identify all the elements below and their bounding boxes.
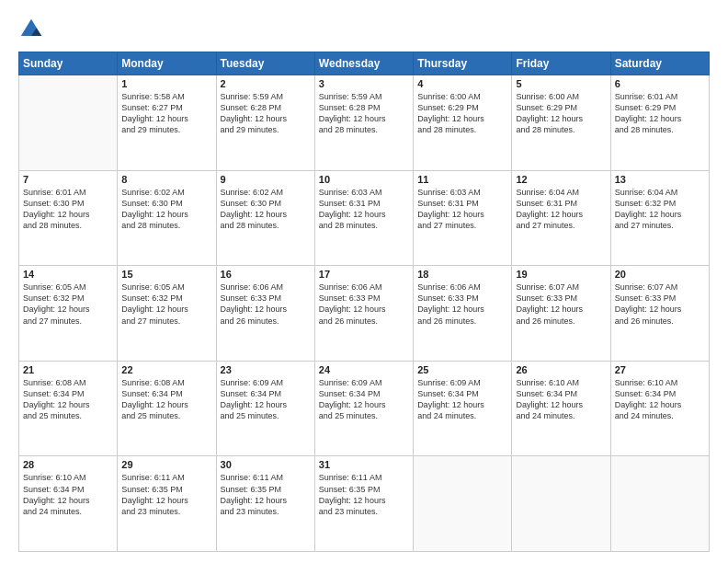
header-day-friday: Friday — [512, 52, 610, 75]
day-number: 7 — [23, 174, 113, 185]
day-number: 12 — [516, 174, 606, 185]
day-number: 10 — [319, 174, 409, 185]
calendar-cell: 3Sunrise: 5:59 AM Sunset: 6:28 PM Daylig… — [314, 75, 413, 171]
day-info: Sunrise: 6:08 AM Sunset: 6:34 PM Dayligh… — [121, 377, 211, 422]
day-info: Sunrise: 6:04 AM Sunset: 6:31 PM Dayligh… — [516, 187, 606, 232]
calendar-cell: 1Sunrise: 5:58 AM Sunset: 6:27 PM Daylig… — [118, 75, 216, 171]
day-info: Sunrise: 6:10 AM Sunset: 6:34 PM Dayligh… — [23, 472, 113, 517]
logo-icon — [18, 17, 44, 42]
week-row-1: 7Sunrise: 6:01 AM Sunset: 6:30 PM Daylig… — [19, 170, 710, 266]
day-number: 17 — [319, 269, 409, 280]
day-info: Sunrise: 6:09 AM Sunset: 6:34 PM Dayligh… — [417, 377, 507, 422]
week-row-4: 28Sunrise: 6:10 AM Sunset: 6:34 PM Dayli… — [19, 456, 710, 552]
calendar-cell: 30Sunrise: 6:11 AM Sunset: 6:35 PM Dayli… — [216, 456, 314, 552]
day-number: 31 — [319, 459, 409, 470]
day-number: 14 — [23, 269, 113, 280]
day-number: 29 — [121, 459, 211, 470]
calendar-cell: 26Sunrise: 6:10 AM Sunset: 6:34 PM Dayli… — [512, 361, 610, 456]
calendar-cell: 19Sunrise: 6:07 AM Sunset: 6:33 PM Dayli… — [512, 266, 610, 362]
calendar-cell: 13Sunrise: 6:04 AM Sunset: 6:32 PM Dayli… — [610, 170, 709, 266]
day-number: 30 — [221, 459, 311, 470]
day-number: 5 — [516, 78, 606, 89]
header-day-sunday: Sunday — [19, 52, 118, 75]
day-number: 1 — [121, 78, 211, 89]
day-info: Sunrise: 6:03 AM Sunset: 6:31 PM Dayligh… — [417, 187, 507, 232]
week-row-3: 21Sunrise: 6:08 AM Sunset: 6:34 PM Dayli… — [19, 361, 710, 456]
calendar-cell: 25Sunrise: 6:09 AM Sunset: 6:34 PM Dayli… — [414, 361, 512, 456]
header-day-wednesday: Wednesday — [314, 52, 413, 75]
day-number: 13 — [615, 174, 705, 185]
calendar-cell: 6Sunrise: 6:01 AM Sunset: 6:29 PM Daylig… — [610, 75, 709, 171]
calendar-cell: 29Sunrise: 6:11 AM Sunset: 6:35 PM Dayli… — [118, 456, 216, 552]
calendar-cell: 21Sunrise: 6:08 AM Sunset: 6:34 PM Dayli… — [19, 361, 118, 456]
day-number: 25 — [417, 364, 507, 375]
week-row-2: 14Sunrise: 6:05 AM Sunset: 6:32 PM Dayli… — [19, 266, 710, 362]
day-info: Sunrise: 6:11 AM Sunset: 6:35 PM Dayligh… — [221, 472, 311, 517]
calendar-cell: 22Sunrise: 6:08 AM Sunset: 6:34 PM Dayli… — [118, 361, 216, 456]
calendar-cell: 20Sunrise: 6:07 AM Sunset: 6:33 PM Dayli… — [610, 266, 709, 362]
day-number: 2 — [221, 78, 311, 89]
calendar-cell: 31Sunrise: 6:11 AM Sunset: 6:35 PM Dayli… — [314, 456, 413, 552]
header-day-saturday: Saturday — [610, 52, 709, 75]
calendar-cell: 17Sunrise: 6:06 AM Sunset: 6:33 PM Dayli… — [314, 266, 413, 362]
calendar-cell: 7Sunrise: 6:01 AM Sunset: 6:30 PM Daylig… — [19, 170, 118, 266]
day-number: 18 — [417, 269, 507, 280]
day-number: 16 — [221, 269, 311, 280]
day-number: 19 — [516, 269, 606, 280]
day-number: 21 — [23, 364, 113, 375]
day-info: Sunrise: 5:59 AM Sunset: 6:28 PM Dayligh… — [221, 91, 311, 136]
day-info: Sunrise: 6:07 AM Sunset: 6:33 PM Dayligh… — [516, 282, 606, 327]
calendar-cell — [414, 456, 512, 552]
calendar-cell: 23Sunrise: 6:09 AM Sunset: 6:34 PM Dayli… — [216, 361, 314, 456]
day-info: Sunrise: 6:08 AM Sunset: 6:34 PM Dayligh… — [23, 377, 113, 422]
calendar-cell: 9Sunrise: 6:02 AM Sunset: 6:30 PM Daylig… — [216, 170, 314, 266]
day-info: Sunrise: 6:09 AM Sunset: 6:34 PM Dayligh… — [221, 377, 311, 422]
day-number: 8 — [121, 174, 211, 185]
calendar-cell: 10Sunrise: 6:03 AM Sunset: 6:31 PM Dayli… — [314, 170, 413, 266]
page: SundayMondayTuesdayWednesdayThursdayFrid… — [0, 0, 728, 563]
day-number: 28 — [23, 459, 113, 470]
day-info: Sunrise: 5:58 AM Sunset: 6:27 PM Dayligh… — [121, 91, 211, 136]
calendar-cell — [610, 456, 709, 552]
day-info: Sunrise: 6:01 AM Sunset: 6:29 PM Dayligh… — [615, 91, 705, 136]
calendar-cell: 11Sunrise: 6:03 AM Sunset: 6:31 PM Dayli… — [414, 170, 512, 266]
calendar-cell — [512, 456, 610, 552]
day-info: Sunrise: 6:02 AM Sunset: 6:30 PM Dayligh… — [221, 187, 311, 232]
day-info: Sunrise: 6:00 AM Sunset: 6:29 PM Dayligh… — [516, 91, 606, 136]
day-info: Sunrise: 6:06 AM Sunset: 6:33 PM Dayligh… — [417, 282, 507, 327]
calendar-cell: 5Sunrise: 6:00 AM Sunset: 6:29 PM Daylig… — [512, 75, 610, 171]
calendar-cell: 24Sunrise: 6:09 AM Sunset: 6:34 PM Dayli… — [314, 361, 413, 456]
calendar-cell: 18Sunrise: 6:06 AM Sunset: 6:33 PM Dayli… — [414, 266, 512, 362]
header — [18, 17, 710, 42]
day-info: Sunrise: 6:07 AM Sunset: 6:33 PM Dayligh… — [615, 282, 705, 327]
day-info: Sunrise: 6:10 AM Sunset: 6:34 PM Dayligh… — [516, 377, 606, 422]
calendar-cell: 4Sunrise: 6:00 AM Sunset: 6:29 PM Daylig… — [414, 75, 512, 171]
day-number: 11 — [417, 174, 507, 185]
day-info: Sunrise: 6:05 AM Sunset: 6:32 PM Dayligh… — [121, 282, 211, 327]
day-number: 9 — [221, 174, 311, 185]
week-row-0: 1Sunrise: 5:58 AM Sunset: 6:27 PM Daylig… — [19, 75, 710, 171]
calendar-cell: 28Sunrise: 6:10 AM Sunset: 6:34 PM Dayli… — [19, 456, 118, 552]
header-day-tuesday: Tuesday — [216, 52, 314, 75]
day-info: Sunrise: 6:09 AM Sunset: 6:34 PM Dayligh… — [319, 377, 409, 422]
calendar-cell — [19, 75, 118, 171]
day-info: Sunrise: 6:02 AM Sunset: 6:30 PM Dayligh… — [121, 187, 211, 232]
calendar-cell: 27Sunrise: 6:10 AM Sunset: 6:34 PM Dayli… — [610, 361, 709, 456]
logo — [18, 17, 48, 42]
day-info: Sunrise: 6:11 AM Sunset: 6:35 PM Dayligh… — [319, 472, 409, 517]
day-info: Sunrise: 6:04 AM Sunset: 6:32 PM Dayligh… — [615, 187, 705, 232]
day-number: 27 — [615, 364, 705, 375]
day-info: Sunrise: 6:06 AM Sunset: 6:33 PM Dayligh… — [319, 282, 409, 327]
day-number: 4 — [417, 78, 507, 89]
calendar-cell: 14Sunrise: 6:05 AM Sunset: 6:32 PM Dayli… — [19, 266, 118, 362]
day-info: Sunrise: 6:00 AM Sunset: 6:29 PM Dayligh… — [417, 91, 507, 136]
day-number: 6 — [615, 78, 705, 89]
calendar-cell: 16Sunrise: 6:06 AM Sunset: 6:33 PM Dayli… — [216, 266, 314, 362]
calendar-header-row: SundayMondayTuesdayWednesdayThursdayFrid… — [19, 52, 710, 75]
day-info: Sunrise: 6:11 AM Sunset: 6:35 PM Dayligh… — [121, 472, 211, 517]
calendar-cell: 8Sunrise: 6:02 AM Sunset: 6:30 PM Daylig… — [118, 170, 216, 266]
day-info: Sunrise: 6:06 AM Sunset: 6:33 PM Dayligh… — [221, 282, 311, 327]
day-number: 20 — [615, 269, 705, 280]
calendar-cell: 15Sunrise: 6:05 AM Sunset: 6:32 PM Dayli… — [118, 266, 216, 362]
calendar-table: SundayMondayTuesdayWednesdayThursdayFrid… — [18, 52, 710, 552]
